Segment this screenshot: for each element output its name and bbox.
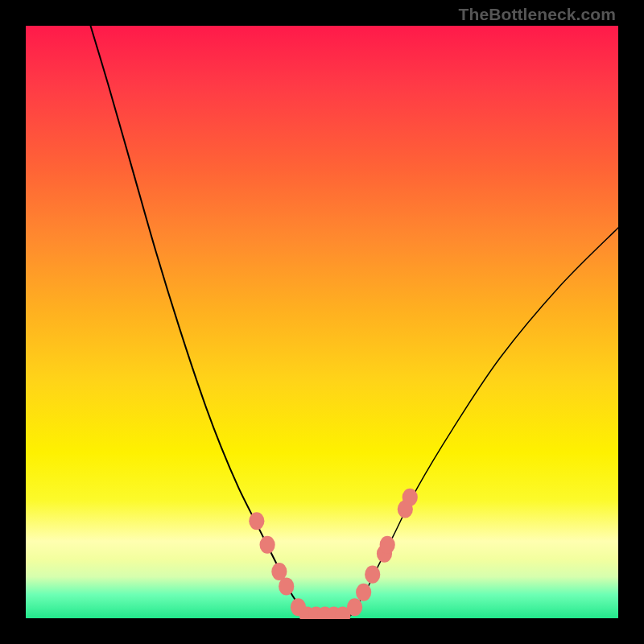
data-marker <box>402 489 418 506</box>
data-marker <box>356 584 371 601</box>
data-marker <box>347 598 362 616</box>
data-marker <box>279 577 294 595</box>
watermark-text: TheBottleneck.com <box>459 5 616 24</box>
data-marker <box>260 536 275 554</box>
marker-group <box>249 489 418 619</box>
chart-svg <box>25 25 619 619</box>
data-marker <box>365 566 380 584</box>
curve-left-branch <box>90 25 310 616</box>
data-marker <box>380 536 395 554</box>
data-marker <box>249 512 264 530</box>
